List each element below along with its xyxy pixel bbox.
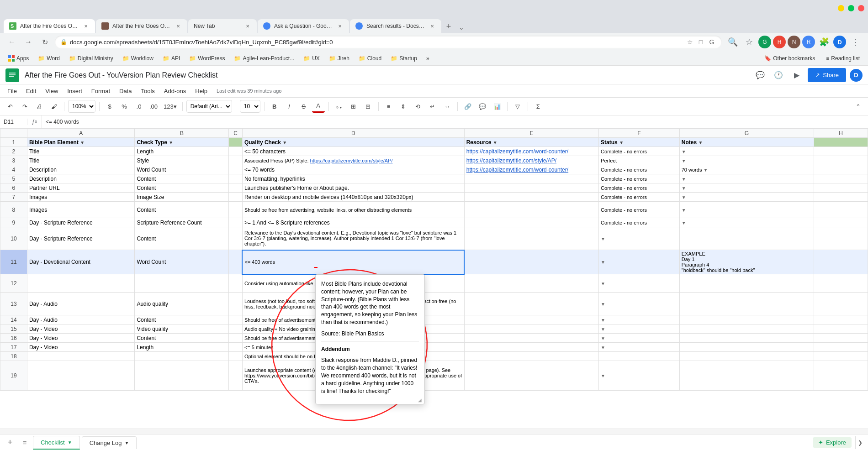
history-icon[interactable]: 🕐: [771, 68, 786, 83]
cell-d7[interactable]: Render on desktop and mobile devices (14…: [242, 193, 464, 202]
cell-a15[interactable]: Day - Video: [27, 324, 135, 334]
google-account-icon[interactable]: G: [707, 37, 716, 47]
maximize-button[interactable]: [848, 5, 854, 11]
cell-g18[interactable]: [679, 352, 814, 361]
cell-d3[interactable]: Associated Press (AP) Style: https://cap…: [242, 156, 464, 165]
search-icon[interactable]: 🔍: [725, 35, 740, 49]
cell-f6[interactable]: Complete - no errors: [599, 183, 680, 193]
reading-list[interactable]: ≡ Reading list: [822, 53, 863, 63]
cell-b12[interactable]: [135, 274, 229, 293]
cell-g1[interactable]: Notes ▼: [679, 138, 814, 147]
cell-b19[interactable]: [135, 361, 229, 391]
cell-e6[interactable]: [464, 183, 598, 193]
cell-g19[interactable]: [679, 361, 814, 391]
cell-h19[interactable]: [814, 361, 868, 391]
cell-d5[interactable]: No formatting, hyperlinks: [242, 174, 464, 183]
cell-f1[interactable]: Status ▼: [599, 138, 680, 147]
sheet-tab-checklist[interactable]: Checklist ▼: [33, 436, 80, 450]
cell-a14[interactable]: Day - Audio: [27, 315, 135, 324]
link-e4[interactable]: https://capitalizemytitle.com/word-count…: [466, 167, 568, 173]
functions-button[interactable]: Σ: [532, 100, 545, 113]
filter-icon-e[interactable]: ▼: [493, 140, 498, 145]
cell-f17[interactable]: ▼: [599, 343, 680, 352]
cell-e3[interactable]: https://capitalizemytitle.com/style/AP/: [464, 156, 598, 165]
cell-a6[interactable]: Partner URL: [27, 183, 135, 193]
bookmark-word[interactable]: 📁 Word: [34, 53, 63, 63]
tab-close-3[interactable]: ✕: [244, 22, 251, 30]
merge-button[interactable]: ⊟: [362, 100, 375, 113]
cell-a4[interactable]: Description: [27, 165, 135, 174]
cell-h15[interactable]: [814, 324, 868, 334]
percent-button[interactable]: %: [118, 100, 131, 113]
cell-d8[interactable]: Should be free from advertising, website…: [242, 202, 464, 218]
cell-g12[interactable]: [679, 274, 814, 293]
font-size-select[interactable]: 10: [240, 100, 260, 113]
cell-g15[interactable]: [679, 324, 814, 334]
col-header-b[interactable]: B: [135, 129, 229, 138]
cell-c2[interactable]: [229, 147, 242, 156]
align-v-button[interactable]: ⇕: [397, 100, 410, 113]
cell-c18[interactable]: [229, 352, 242, 361]
extension-1-icon[interactable]: G: [758, 36, 771, 48]
menu-view[interactable]: View: [42, 86, 62, 96]
format-paint-button[interactable]: 🖌: [48, 100, 60, 113]
cell-h10[interactable]: [814, 227, 868, 250]
cell-b17[interactable]: Length: [135, 343, 229, 352]
tab-3[interactable]: New Tab ✕: [188, 19, 257, 33]
cell-a8[interactable]: Images: [27, 202, 135, 218]
cell-c14[interactable]: [229, 315, 242, 324]
overflow-button[interactable]: ↔: [441, 100, 454, 113]
chart-button[interactable]: 📊: [491, 100, 503, 113]
cell-c15[interactable]: [229, 324, 242, 334]
cell-d2[interactable]: <= 50 characters: [242, 147, 464, 156]
profile-avatar[interactable]: D: [833, 36, 846, 48]
cell-b2[interactable]: Length: [135, 147, 229, 156]
bookmark-digital-ministry[interactable]: 📁 Digital Ministry: [65, 53, 117, 63]
cell-b1[interactable]: Check Type ▼: [135, 138, 229, 147]
cell-h18[interactable]: [814, 352, 868, 361]
col-header-a[interactable]: A: [27, 129, 135, 138]
cell-h4[interactable]: [814, 165, 868, 174]
col-header-c[interactable]: C: [229, 129, 242, 138]
cell-c1[interactable]: [229, 138, 242, 147]
cell-e16[interactable]: [464, 334, 598, 343]
menu-help[interactable]: Help: [191, 86, 211, 96]
link-d3[interactable]: https://capitalizemytitle.com/style/AP/: [310, 158, 393, 163]
cell-e9[interactable]: [464, 218, 598, 227]
present-icon[interactable]: ▶: [789, 68, 804, 83]
cell-c9[interactable]: [229, 218, 242, 227]
tab-close-1[interactable]: ✕: [82, 22, 90, 30]
cell-e5[interactable]: [464, 174, 598, 183]
cell-h11[interactable]: [814, 250, 868, 274]
menu-format[interactable]: Format: [88, 86, 114, 96]
cell-d9[interactable]: >= 1 And <= 8 Scripture references: [242, 218, 464, 227]
cell-d11[interactable]: <= 400 words: [242, 250, 464, 274]
filter-icon-f[interactable]: ▼: [619, 140, 624, 145]
filter-button[interactable]: ▽: [511, 100, 524, 113]
cell-h16[interactable]: [814, 334, 868, 343]
italic-button[interactable]: I: [283, 100, 296, 113]
cell-a1[interactable]: Bible Plan Element ▼: [27, 138, 135, 147]
cell-c16[interactable]: [229, 334, 242, 343]
redo-button[interactable]: ↷: [18, 100, 31, 113]
sheets-profile-avatar[interactable]: D: [850, 69, 863, 82]
rotate-button[interactable]: ⟲: [412, 100, 424, 113]
cell-g16[interactable]: [679, 334, 814, 343]
cell-g3[interactable]: ▼: [679, 156, 814, 165]
bookmark-icon[interactable]: ☆: [742, 35, 757, 49]
cell-g8[interactable]: ▼: [679, 202, 814, 218]
cell-h8[interactable]: [814, 202, 868, 218]
bookmark-jireh[interactable]: 📁 Jireh: [325, 53, 353, 63]
menu-icon[interactable]: ⋮: [848, 35, 863, 49]
cell-h6[interactable]: [814, 183, 868, 193]
cell-c10[interactable]: [229, 227, 242, 250]
cell-e17[interactable]: [464, 343, 598, 352]
cell-b9[interactable]: Scripture Reference Count: [135, 218, 229, 227]
cell-e8[interactable]: [464, 202, 598, 218]
extensions-icon[interactable]: 🧩: [817, 35, 831, 49]
cell-c8[interactable]: [229, 202, 242, 218]
cell-e11[interactable]: [464, 250, 598, 274]
cell-e18[interactable]: [464, 352, 598, 361]
cell-d4[interactable]: <= 70 words: [242, 165, 464, 174]
menu-tools[interactable]: Tools: [137, 86, 158, 96]
